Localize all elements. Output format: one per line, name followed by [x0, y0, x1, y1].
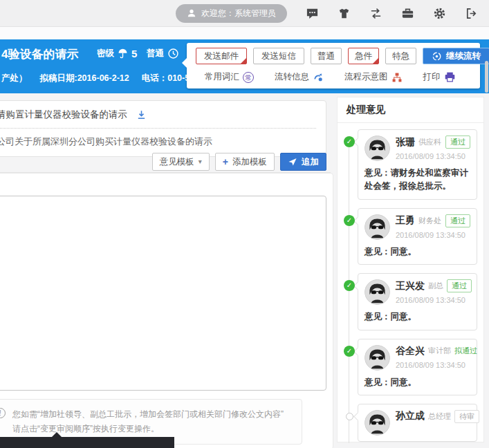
attachment-row: 请购置计量仪器校验设备的请示	[0, 109, 316, 121]
action-toolbar: 发送邮件 发送短信 普通 急件 特急 继续流转 常用词汇 常 流转信息	[187, 43, 480, 88]
comment-date: 2016/08/09 13:34:50	[396, 361, 470, 369]
toolbar-row-links: 常用词汇 常 流转信息 流程示意图 打印	[187, 66, 480, 83]
append-button[interactable]: 追加	[280, 153, 326, 171]
comment-opinion: 意见：同意。	[365, 310, 470, 324]
flow-info-link[interactable]: 流转信息	[275, 71, 324, 83]
dark-tooltip	[0, 437, 174, 448]
status-badge: 通过	[445, 136, 470, 149]
comment-date: 2016/08/09 13:34:50	[396, 296, 470, 304]
continue-flow-label: 继续流转	[446, 48, 481, 64]
comment-card[interactable]: 谷全兴 审计部 拟通过 2016/08/09 13:34:50 意见：同意。	[358, 339, 477, 395]
comment-date: 2016/08/09 13:34:50	[396, 231, 470, 239]
timeline-status-icon: ✓	[344, 215, 355, 226]
card-notch	[353, 281, 362, 290]
card-notch	[353, 347, 362, 356]
page-title: 4验设备的请示	[1, 46, 78, 62]
comment-item: ✓ 张珊 供应科 通过 2016/08/09 13:34:50 意见：请财务处和…	[344, 129, 477, 200]
download-icon[interactable]	[136, 109, 147, 121]
document-header: 4验设备的请示 密级 5 普通 产处） 拟稿日期:2016-06-2-12 电话…	[0, 39, 489, 93]
topbar: 欢迎您：系统管理员	[0, 0, 489, 26]
priority-normal-button[interactable]: 普通	[311, 48, 342, 64]
comment-opinion: 意见：请财务处和监察审计处会签，报徐总批示。	[365, 167, 470, 194]
oa-document-screen: 欢迎您：系统管理员 4验设备的请示 密级 5 普通 产处） 拟稿日期:2016-…	[0, 0, 489, 448]
send-mail-button[interactable]: 发送邮件	[196, 48, 247, 64]
avatar	[365, 136, 390, 161]
comment-card[interactable]: 孙立成 总经理 待审	[358, 404, 477, 442]
common-words-icon: 常	[243, 72, 254, 83]
dotted-divider	[0, 128, 316, 129]
opinion-toolbar: 意见模板 ▾ + 添加模板 追加	[0, 153, 326, 171]
timeline-status-icon: ✓	[344, 346, 355, 357]
commenter-dept: 总经理	[428, 411, 451, 422]
topbar-divider	[0, 26, 489, 40]
avatar	[365, 410, 390, 436]
shirt-icon[interactable]	[338, 7, 351, 20]
flow-info-icon	[313, 72, 324, 83]
approval-panel: 处理意见 ✓ 张珊 供应科 通过 2016/08/09 13:34:50	[337, 97, 484, 442]
toolbar-row-buttons: 发送邮件 发送短信 普通 急件 特急 继续流转	[187, 43, 480, 66]
send-sms-button[interactable]: 发送短信	[253, 48, 304, 64]
add-template-label: 添加模板	[232, 153, 267, 170]
flow-chart-link[interactable]: 流程示意图	[344, 71, 403, 83]
card-notch	[353, 412, 362, 421]
priority-extra-urgent-button[interactable]: 特急	[385, 48, 416, 64]
urgency-label: 普通	[147, 48, 164, 59]
timeline-status-icon: ✓	[344, 136, 355, 147]
secret-label: 密级	[97, 48, 114, 59]
timeline-status-icon	[346, 413, 353, 420]
approval-panel-title: 处理意见	[338, 97, 483, 123]
status-badge: 拟通过	[454, 345, 477, 357]
briefcase-icon[interactable]	[401, 7, 414, 20]
common-words-link[interactable]: 常用词汇 常	[205, 71, 254, 83]
flow-chart-label: 流程示意图	[344, 71, 388, 83]
clock-icon	[167, 48, 179, 59]
opinion-textarea[interactable]	[0, 196, 326, 391]
comment-opinion: 意见：同意。	[365, 376, 470, 389]
add-template-button[interactable]: + 添加模板	[215, 153, 275, 171]
commenter-dept: 财务处	[418, 216, 441, 226]
document-summary-card: 请购置计量仪器校验设备的请示 公司关于所属深圳分公司购买计量仪器校验设备的请示	[0, 100, 326, 157]
commenter-name: 孙立成	[396, 410, 425, 422]
chevron-down-icon: ▾	[199, 153, 202, 170]
printer-icon	[444, 71, 456, 83]
card-notch	[353, 216, 362, 225]
user-icon	[187, 8, 196, 18]
commenter-name: 谷全兴	[396, 345, 425, 357]
comment-opinion: 意见：同意。	[365, 245, 470, 259]
print-label: 打印	[423, 71, 441, 83]
comment-card[interactable]: 王勇 财务处 通过 2016/08/09 13:34:50 意见：同意。	[358, 208, 477, 265]
drafting-unit: 产处）	[1, 73, 28, 84]
cycle-icon	[432, 51, 442, 62]
comment-card[interactable]: 张珊 供应科 通过 2016/08/09 13:34:50 意见：请财务处和监察…	[358, 129, 477, 200]
status-badge: 通过	[445, 214, 470, 227]
send-icon	[288, 157, 297, 167]
avatar	[365, 214, 390, 240]
commenter-name: 王勇	[396, 214, 415, 227]
comment-item: ✓ 王兴发 副总 通过 2016/08/09 13:34:50 意见：同意。	[344, 273, 477, 330]
commenter-dept: 供应科	[418, 137, 441, 147]
opinion-template-dropdown[interactable]: 意见模板 ▾	[152, 153, 210, 171]
urgency-level: 普通	[147, 48, 179, 59]
swap-icon[interactable]	[369, 7, 382, 20]
print-link[interactable]: 打印	[423, 71, 456, 83]
logout-icon[interactable]	[465, 7, 478, 20]
scrollbar-thumb[interactable]	[485, 61, 488, 93]
info-icon: !	[0, 408, 6, 418]
plus-icon: +	[223, 153, 228, 170]
comment-item: 孙立成 总经理 待审	[344, 404, 477, 442]
notice-line-1: 您如需“增加社领导、副总工批示，增加会签部门或相关部门修改公文内容”	[12, 407, 284, 422]
welcome-text: 欢迎您：系统管理员	[201, 8, 276, 19]
card-notch	[353, 138, 362, 147]
opinion-template-label: 意见模板	[160, 153, 194, 170]
common-words-label: 常用词汇	[205, 71, 239, 83]
continue-flow-button[interactable]: 继续流转	[423, 48, 489, 64]
chat-icon[interactable]	[306, 7, 319, 20]
user-menu[interactable]: 欢迎您：系统管理员	[176, 4, 287, 23]
priority-urgent-button[interactable]: 急件	[348, 48, 379, 64]
comment-card[interactable]: 王兴发 副总 通过 2016/08/09 13:34:50 意见：同意。	[358, 273, 477, 330]
avatar	[365, 345, 390, 371]
commenter-name: 王兴发	[396, 280, 425, 292]
secret-value: 5	[131, 48, 137, 59]
gear-icon[interactable]	[433, 7, 446, 20]
toolbar-notch	[182, 58, 187, 68]
